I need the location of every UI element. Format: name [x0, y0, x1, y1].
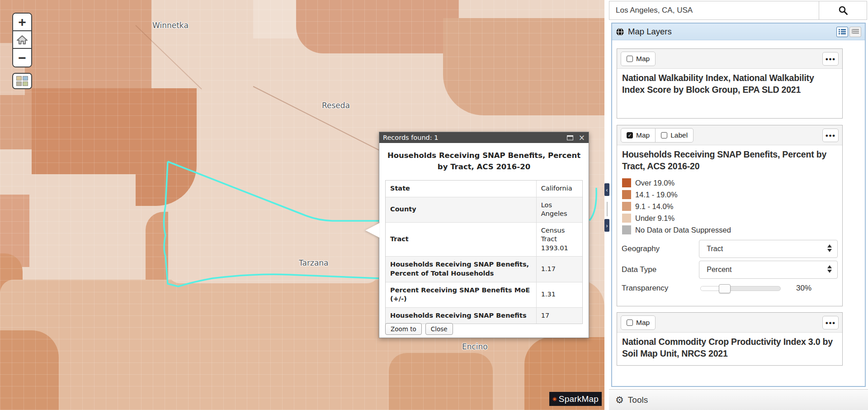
geography-select[interactable]: Tract [699, 240, 838, 258]
popup-maximize-icon[interactable] [567, 135, 573, 140]
snap-legend: Over 19.0% 14.1 - 19.0% 9.1 - 14.0% Unde… [617, 176, 842, 238]
popup-title: Households Receiving SNAP Benefits, Perc… [379, 143, 589, 178]
slider-thumb[interactable] [719, 284, 731, 293]
logo-text: SparkMap [559, 394, 599, 404]
transparency-label: Transparency [622, 284, 699, 293]
record-popup: Records found: 1 × Households Receiving … [379, 132, 589, 338]
transparency-slider[interactable] [700, 286, 781, 291]
map-checkbox[interactable]: Map [621, 316, 655, 329]
spark-icon [552, 395, 557, 403]
legend-swatch [622, 214, 631, 223]
geography-label: Geography [622, 244, 699, 253]
table-row: TractCensus Tract 1393.01 [386, 222, 582, 257]
layer-card-header: ✓ Map Label ●●● [617, 125, 842, 145]
map-layers-panel: Map Layers Map [611, 23, 866, 387]
layer-title: Households Receiving SNAP Benefits, Perc… [617, 145, 842, 176]
layer-card-walkability: Map ●●● National Walkability Index, Nati… [617, 48, 843, 119]
map-label-reseda: Reseda [322, 101, 350, 110]
legend-swatch [622, 202, 631, 211]
map-label-encino: Encino [462, 342, 488, 351]
transparency-row: Transparency 30% [617, 282, 842, 294]
zoom-in-button[interactable]: + [13, 14, 31, 31]
data-type-select[interactable]: Percent [699, 261, 838, 279]
checkbox-unchecked-icon [627, 56, 633, 62]
tools-section-header[interactable]: ⚙ Tools [609, 389, 868, 410]
table-row: Households Receiving SNAP Benefits, Perc… [386, 257, 582, 282]
zoom-to-button[interactable]: Zoom to [385, 323, 422, 335]
popup-close-icon[interactable]: × [579, 134, 585, 142]
transparency-value: 30% [796, 284, 811, 293]
sidebar-expand-handle[interactable]: › [604, 219, 609, 232]
sparkmap-logo: SparkMap [549, 392, 602, 406]
popup-titlebar[interactable]: Records found: 1 × [379, 132, 589, 143]
legend-item: Over 19.0% [617, 177, 842, 189]
checkbox-unchecked-icon [627, 319, 633, 326]
table-row: Percent Receiving SNAP Benefits MoE (+/-… [386, 282, 582, 307]
basemap-selector-button[interactable] [12, 73, 32, 89]
popup-titlebar-text: Records found: 1 [383, 134, 439, 141]
checkbox-checked-icon: ✓ [627, 132, 633, 138]
gear-icon: ⚙ [615, 395, 624, 405]
search-icon [838, 5, 848, 15]
legend-swatch [622, 178, 631, 187]
basemap-grid-icon [16, 76, 28, 86]
sidebar-collapse-handle[interactable]: ‹ [604, 183, 609, 196]
layer-card-snap: ✓ Map Label ●●● Households Receiving SNA… [617, 125, 843, 306]
compact-view-button[interactable] [849, 27, 861, 37]
map-label-tarzana: Tarzana [299, 258, 329, 267]
list-view-button[interactable] [836, 27, 848, 37]
label-checkbox[interactable]: Label [656, 129, 693, 142]
data-type-label: Data Type [622, 265, 699, 274]
layer-title: National Walkability Index, National Wal… [617, 69, 842, 100]
popup-table[interactable]: StateCalifornia CountyLos Angeles TractC… [385, 180, 583, 324]
layer-menu-button[interactable]: ●●● [822, 52, 839, 66]
layer-title: National Commodity Crop Productivity Ind… [617, 333, 842, 363]
checkbox-unchecked-icon [661, 132, 667, 138]
layer-menu-button[interactable]: ●●● [822, 129, 839, 142]
handle-divider [607, 202, 608, 216]
data-type-row: Data Type Percent [617, 259, 842, 280]
select-stepper-icon [827, 265, 832, 273]
tools-title: Tools [628, 395, 648, 405]
popup-leader-arrow [365, 223, 379, 238]
legend-item: 14.1 - 19.0% [617, 189, 842, 200]
layer-card-crop: Map ●●● National Commodity Crop Producti… [617, 312, 843, 366]
table-row: CountyLos Angeles [386, 197, 582, 222]
legend-swatch [622, 225, 631, 234]
table-row: StateCalifornia [386, 181, 582, 197]
select-stepper-icon [827, 244, 832, 252]
map-zoom-controls: + − [12, 13, 32, 67]
panel-title: Map Layers [628, 27, 672, 37]
legend-item: No Data or Data Suppressed [617, 224, 842, 236]
search-input[interactable] [609, 1, 819, 19]
table-row: Households Receiving SNAP Benefits17 [386, 307, 582, 324]
list-lines-icon [852, 29, 859, 35]
legend-swatch [622, 190, 631, 199]
map-label-winnetka: Winnetka [152, 21, 189, 30]
search-box [609, 1, 867, 20]
map-checkbox[interactable]: Map [621, 52, 655, 66]
close-button[interactable]: Close [425, 323, 453, 335]
layer-card-header: Map ●●● [617, 49, 842, 69]
zoom-out-button[interactable]: − [13, 49, 31, 67]
layer-card-header: Map ●●● [617, 313, 842, 333]
search-button[interactable] [819, 1, 867, 19]
legend-item: 9.1 - 14.0% [617, 200, 842, 212]
home-button[interactable] [13, 31, 31, 49]
layer-menu-button[interactable]: ●●● [822, 316, 839, 329]
legend-item: Under 9.1% [617, 212, 842, 224]
map-layers-header[interactable]: Map Layers [612, 24, 865, 40]
list-bullets-icon [839, 29, 846, 35]
home-icon [16, 34, 28, 45]
globe-icon [616, 28, 624, 36]
map-checkbox[interactable]: ✓ Map [621, 129, 656, 142]
geography-row: Geography Tract [617, 238, 842, 259]
